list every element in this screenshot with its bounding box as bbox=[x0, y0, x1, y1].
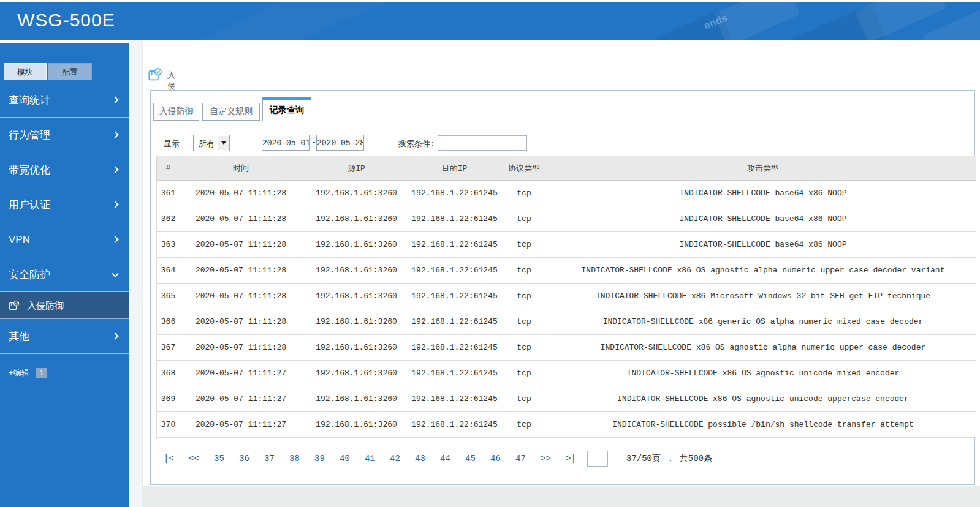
src-ip-cell: 192.168.1.61:3260 bbox=[302, 181, 411, 206]
sidebar-item-security[interactable]: 安全防护 bbox=[0, 257, 129, 292]
row-index: 370 bbox=[157, 412, 180, 438]
row-index: 369 bbox=[157, 386, 180, 412]
col-header-protocol: 协议类型 bbox=[498, 156, 550, 181]
main-content: 入侵防御 入侵防御 自定义规则 记录查询 显示 所有 - 搜索条件: bbox=[142, 40, 980, 486]
col-header-time: 时间 bbox=[180, 156, 302, 181]
pager-slot: 35 bbox=[207, 454, 232, 464]
dst-ip-cell: 192.168.1.22:61245 bbox=[411, 232, 498, 258]
chevron-right-icon bbox=[112, 236, 118, 242]
dst-ip-cell: 192.168.1.22:61245 bbox=[411, 386, 498, 412]
time-cell: 2020-05-07 11:11:28 bbox=[180, 284, 302, 309]
page-link[interactable]: 35 bbox=[214, 454, 224, 464]
table-row: 3632020-05-07 11:11:28192.168.1.61:32601… bbox=[157, 232, 976, 258]
attack-type-cell: INDICATOR-SHELLCODE possible /bin/sh she… bbox=[550, 412, 976, 438]
dst-ip-cell: 192.168.1.22:61245 bbox=[411, 181, 498, 206]
search-input[interactable] bbox=[438, 135, 527, 151]
sidebar-subitem-ips-active[interactable]: 入侵防御 bbox=[0, 292, 129, 319]
time-cell: 2020-05-07 11:11:27 bbox=[180, 412, 302, 438]
dst-ip-cell: 192.168.1.22:61245 bbox=[411, 258, 498, 284]
keyboard-decor bbox=[186, 2, 439, 40]
attack-type-cell: INDICATOR-SHELLCODE x86 generic OS alpha… bbox=[550, 309, 976, 335]
dst-ip-cell: 192.168.1.22:61245 bbox=[411, 309, 498, 335]
col-header-src-ip: 源IP bbox=[302, 156, 411, 181]
pager-slot: 44 bbox=[433, 454, 458, 464]
edit-count-badge: 1 bbox=[36, 368, 47, 378]
attack-type-cell: INDICATOR-SHELLCODE base64 x86 NOOP bbox=[550, 181, 976, 206]
attack-type-cell: INDICATOR-SHELLCODE base64 x86 NOOP bbox=[550, 232, 976, 258]
mode-tab-config[interactable]: 配置 bbox=[48, 63, 92, 80]
page-link[interactable]: 45 bbox=[465, 454, 476, 464]
page-link[interactable]: 40 bbox=[340, 454, 350, 464]
edit-label: +编辑 bbox=[9, 368, 29, 377]
sidebar-item-label: VPN bbox=[9, 234, 30, 246]
date-to-input[interactable] bbox=[316, 135, 364, 151]
tab-record-query[interactable]: 记录查询 bbox=[262, 97, 311, 121]
sidebar-item-behavior-mgmt[interactable]: 行为管理 bbox=[0, 118, 129, 152]
col-header-dst-ip: 目的IP bbox=[411, 156, 498, 181]
records-table-body: 3612020-05-07 11:11:28192.168.1.61:32601… bbox=[157, 181, 976, 438]
table-row: 3682020-05-07 11:11:27192.168.1.61:32601… bbox=[157, 361, 976, 386]
page-link[interactable]: 46 bbox=[490, 454, 501, 464]
page-link[interactable]: 42 bbox=[390, 454, 400, 464]
row-index: 361 bbox=[157, 181, 180, 206]
sidebar-item-bandwidth[interactable]: 带宽优化 bbox=[0, 152, 129, 187]
ips-panel: 入侵防御 自定义规则 记录查询 显示 所有 - 搜索条件: bbox=[150, 90, 975, 485]
tab-custom-rules[interactable]: 自定义规则 bbox=[202, 103, 260, 121]
page-last-link[interactable]: >| bbox=[566, 454, 576, 464]
protocol-cell: tcp bbox=[498, 335, 550, 361]
page-link[interactable]: 36 bbox=[239, 454, 249, 464]
src-ip-cell: 192.168.1.61:3260 bbox=[302, 386, 411, 412]
sidebar-edit-link[interactable]: +编辑 1 bbox=[0, 367, 129, 378]
table-row: 3642020-05-07 11:11:28192.168.1.61:32601… bbox=[157, 258, 976, 284]
filter-row: 显示 所有 - 搜索条件: bbox=[151, 134, 974, 152]
search-label: 搜索条件: bbox=[398, 138, 435, 149]
page-current: 37 bbox=[264, 454, 275, 464]
sidebar-item-user-auth[interactable]: 用户认证 bbox=[0, 187, 129, 222]
page-link[interactable]: 44 bbox=[440, 454, 450, 464]
time-cell: 2020-05-07 11:11:27 bbox=[180, 386, 302, 412]
page-link[interactable]: 43 bbox=[415, 454, 425, 464]
pager-slot: 42 bbox=[382, 454, 408, 464]
chevron-down-icon bbox=[112, 271, 118, 277]
header-row: # 时间 源IP 目的IP 协议类型 攻击类型 bbox=[157, 156, 976, 181]
sidebar-menu: 查询统计 行为管理 带宽优化 用户认证 VPN 安全防护 bbox=[0, 83, 129, 378]
dst-ip-cell: 192.168.1.22:61245 bbox=[411, 206, 498, 232]
attack-type-cell: INDICATOR-SHELLCODE base64 x86 NOOP bbox=[550, 206, 976, 232]
page-prev-link[interactable]: << bbox=[189, 454, 199, 464]
date-from-input[interactable] bbox=[262, 135, 310, 151]
page-first-link[interactable]: |< bbox=[164, 454, 174, 464]
page-link[interactable]: 47 bbox=[515, 454, 526, 464]
dst-ip-cell: 192.168.1.22:61245 bbox=[411, 412, 498, 438]
select-dropdown-icon[interactable] bbox=[218, 136, 229, 150]
pager-slot: >> bbox=[533, 454, 558, 464]
page-jump-input[interactable] bbox=[587, 451, 608, 467]
protocol-cell: tcp bbox=[498, 361, 550, 386]
display-select[interactable]: 所有 bbox=[193, 135, 230, 151]
chevron-right-icon bbox=[112, 166, 118, 173]
sidebar-item-vpn[interactable]: VPN bbox=[0, 222, 129, 257]
sidebar-item-query-stats[interactable]: 查询统计 bbox=[0, 83, 129, 118]
mode-tab-module[interactable]: 模块 bbox=[4, 63, 47, 80]
time-cell: 2020-05-07 11:11:28 bbox=[180, 232, 302, 258]
src-ip-cell: 192.168.1.61:3260 bbox=[302, 284, 411, 309]
app-title: WSG-500E bbox=[17, 10, 115, 31]
table-row: 3662020-05-07 11:11:28192.168.1.61:32601… bbox=[157, 309, 976, 335]
ips-icon bbox=[9, 302, 22, 313]
page-link[interactable]: 41 bbox=[365, 454, 375, 464]
pager-slot: 45 bbox=[458, 454, 483, 464]
tab-ips[interactable]: 入侵防御 bbox=[153, 103, 199, 121]
protocol-cell: tcp bbox=[498, 206, 550, 232]
sidebar: 模块 配置 查询统计 行为管理 带宽优化 用户认证 VPN bbox=[0, 43, 129, 507]
row-index: 365 bbox=[157, 284, 180, 309]
sidebar-item-other[interactable]: 其他 bbox=[0, 319, 129, 354]
page-link[interactable]: 39 bbox=[314, 454, 325, 464]
sidebar-item-label: 带宽优化 bbox=[9, 164, 50, 176]
page-link[interactable]: 38 bbox=[289, 454, 300, 464]
dst-ip-cell: 192.168.1.22:61245 bbox=[411, 361, 498, 386]
pager-slot: 46 bbox=[483, 454, 508, 464]
pagination: |<<<35363738394041424344454647>>>| 37/50… bbox=[156, 449, 712, 468]
page-next-link[interactable]: >> bbox=[541, 454, 551, 464]
pager-slot: >| bbox=[558, 454, 583, 464]
time-cell: 2020-05-07 11:11:28 bbox=[180, 335, 302, 361]
time-cell: 2020-05-07 11:11:28 bbox=[180, 309, 302, 335]
